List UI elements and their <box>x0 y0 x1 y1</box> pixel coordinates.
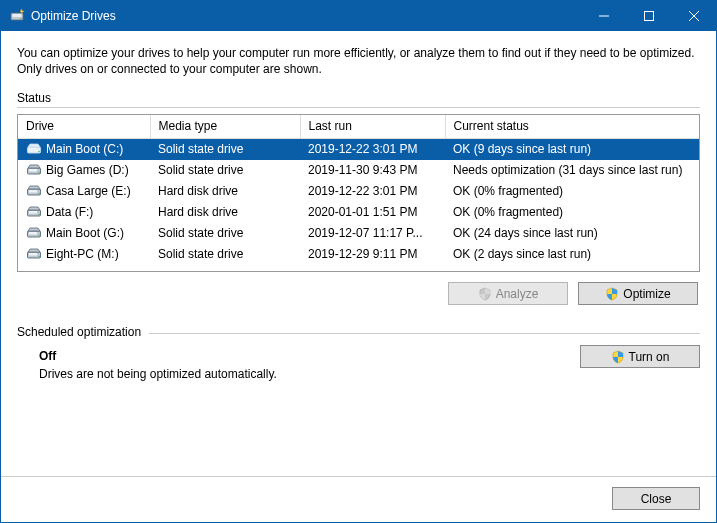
window-title: Optimize Drives <box>31 9 116 23</box>
svg-rect-20 <box>29 232 37 235</box>
shield-icon <box>605 287 619 301</box>
drive-name: Casa Large (E:) <box>46 184 131 198</box>
svg-rect-11 <box>29 169 37 172</box>
last-run: 2019-11-30 9:43 PM <box>300 160 445 181</box>
close-dialog-button[interactable]: Close <box>612 487 700 510</box>
current-status: OK (24 days since last run) <box>445 223 699 244</box>
column-header-status[interactable]: Current status <box>445 115 699 139</box>
drive-cell: Casa Large (E:) <box>18 181 150 202</box>
table-row[interactable]: Main Boot (C:)Solid state drive2019-12-2… <box>18 139 699 161</box>
turn-on-label: Turn on <box>629 350 670 364</box>
svg-rect-8 <box>29 148 37 151</box>
svg-point-18 <box>38 214 40 216</box>
column-header-lastrun[interactable]: Last run <box>300 115 445 139</box>
column-header-drive[interactable]: Drive <box>18 115 150 139</box>
last-run: 2020-01-01 1:51 PM <box>300 202 445 223</box>
media-type: Solid state drive <box>150 223 300 244</box>
current-status: OK (0% fragmented) <box>445 181 699 202</box>
svg-rect-14 <box>29 190 37 193</box>
turn-on-button[interactable]: Turn on <box>580 345 700 368</box>
titlebar: Optimize Drives <box>1 1 716 31</box>
scheduled-optimization-section: Scheduled optimization Off Drives are no… <box>17 325 700 381</box>
maximize-button[interactable] <box>626 1 671 31</box>
shield-icon <box>478 287 492 301</box>
scheduled-note: Drives are not being optimized automatic… <box>39 367 580 381</box>
table-row[interactable]: Main Boot (G:)Solid state drive2019-12-0… <box>18 223 699 244</box>
last-run: 2019-12-22 3:01 PM <box>300 181 445 202</box>
intro-text: You can optimize your drives to help you… <box>17 45 700 77</box>
table-row[interactable]: Big Games (D:)Solid state drive2019-11-3… <box>18 160 699 181</box>
drive-cell: Main Boot (G:) <box>18 223 150 244</box>
drive-name: Eight-PC (M:) <box>46 247 119 261</box>
close-label: Close <box>641 492 672 506</box>
current-status: OK (0% fragmented) <box>445 202 699 223</box>
table-row[interactable]: Data (F:)Hard disk drive2020-01-01 1:51 … <box>18 202 699 223</box>
drive-name: Main Boot (G:) <box>46 226 124 240</box>
drive-cell: Eight-PC (M:) <box>18 244 150 265</box>
media-type: Solid state drive <box>150 160 300 181</box>
drive-name: Main Boot (C:) <box>46 142 123 156</box>
drives-table[interactable]: Drive Media type Last run Current status… <box>18 115 699 265</box>
column-header-media[interactable]: Media type <box>150 115 300 139</box>
table-row[interactable]: Eight-PC (M:)Solid state drive2019-12-29… <box>18 244 699 265</box>
status-group-label: Status <box>17 91 700 105</box>
svg-rect-4 <box>644 12 653 21</box>
table-row[interactable]: Casa Large (E:)Hard disk drive2019-12-22… <box>18 181 699 202</box>
svg-point-2 <box>20 18 21 19</box>
drive-icon <box>26 204 42 220</box>
client-area: You can optimize your drives to help you… <box>1 31 716 476</box>
drives-table-container: Drive Media type Last run Current status… <box>17 114 700 272</box>
optimize-button[interactable]: Optimize <box>578 282 698 305</box>
drive-cell: Main Boot (C:) <box>18 139 150 160</box>
action-buttons-row: Analyze Optimize <box>17 282 698 305</box>
close-button[interactable] <box>671 1 716 31</box>
media-type: Solid state drive <box>150 139 300 161</box>
last-run: 2019-12-29 9:11 PM <box>300 244 445 265</box>
svg-rect-17 <box>29 211 37 214</box>
current-status: OK (9 days since last run) <box>445 139 699 161</box>
analyze-button: Analyze <box>448 282 568 305</box>
footer: Close <box>1 476 716 522</box>
svg-point-9 <box>38 151 40 153</box>
svg-point-21 <box>38 235 40 237</box>
optimize-label: Optimize <box>623 287 670 301</box>
analyze-label: Analyze <box>496 287 539 301</box>
scheduled-divider <box>149 333 700 334</box>
media-type: Solid state drive <box>150 244 300 265</box>
drive-icon <box>26 225 42 241</box>
drive-icon <box>26 162 42 178</box>
drive-icon <box>26 183 42 199</box>
optimize-drives-window: Optimize Drives You can optimize your dr… <box>0 0 717 523</box>
svg-rect-1 <box>13 14 22 17</box>
current-status: Needs optimization (31 days since last r… <box>445 160 699 181</box>
drive-name: Data (F:) <box>46 205 93 219</box>
scheduled-status: Off <box>39 349 580 363</box>
svg-point-12 <box>38 172 40 174</box>
drive-icon <box>26 246 42 262</box>
drive-cell: Big Games (D:) <box>18 160 150 181</box>
current-status: OK (2 days since last run) <box>445 244 699 265</box>
drive-cell: Data (F:) <box>18 202 150 223</box>
drive-icon <box>26 141 42 157</box>
last-run: 2019-12-22 3:01 PM <box>300 139 445 161</box>
minimize-button[interactable] <box>581 1 626 31</box>
last-run: 2019-12-07 11:17 P... <box>300 223 445 244</box>
shield-icon <box>611 350 625 364</box>
svg-point-24 <box>38 256 40 258</box>
app-icon <box>9 8 25 24</box>
svg-rect-23 <box>29 253 37 256</box>
svg-point-15 <box>38 193 40 195</box>
media-type: Hard disk drive <box>150 202 300 223</box>
media-type: Hard disk drive <box>150 181 300 202</box>
scheduled-optimization-label: Scheduled optimization <box>17 325 141 339</box>
drive-name: Big Games (D:) <box>46 163 129 177</box>
status-divider <box>17 107 700 108</box>
